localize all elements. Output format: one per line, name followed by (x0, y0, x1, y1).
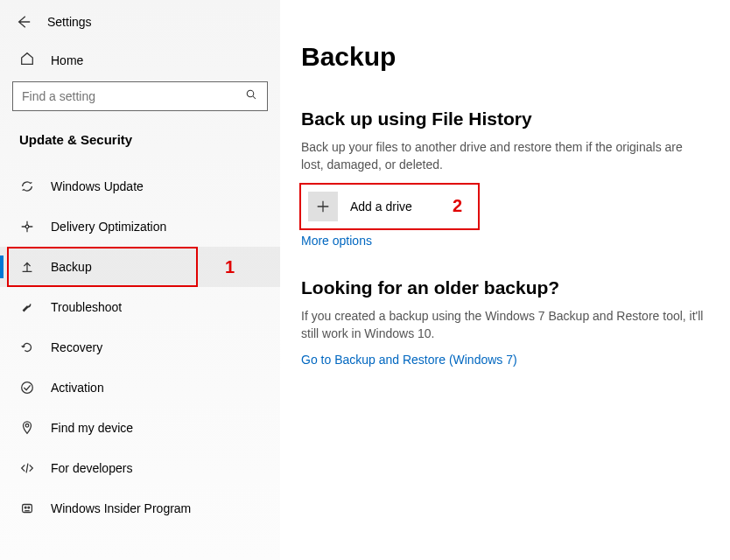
sidebar-item-label: Find my device (51, 421, 133, 435)
sidebar-item-home[interactable]: Home (12, 42, 268, 78)
sidebar-item-troubleshoot[interactable]: Troubleshoot (0, 287, 280, 327)
sidebar-item-find-my-device[interactable]: Find my device (0, 408, 280, 448)
backup-icon (19, 259, 35, 275)
sync-icon (19, 178, 35, 194)
plus-icon (308, 192, 338, 221)
sidebar-item-delivery-optimization[interactable]: Delivery Optimization (0, 206, 280, 247)
sidebar-item-label: Delivery Optimization (51, 220, 166, 234)
more-options-link[interactable]: More options (301, 234, 372, 248)
search-field[interactable] (22, 89, 245, 103)
app-title: Settings (47, 15, 92, 29)
older-backup-description: If you created a backup using the Window… (301, 307, 704, 343)
annotation-number-2: 2 (453, 196, 462, 216)
sidebar-item-activation[interactable]: Activation (0, 368, 280, 408)
file-history-heading: Back up using File History (301, 108, 709, 130)
svg-point-1 (25, 225, 29, 228)
add-drive-button[interactable]: Add a drive 2 (301, 185, 478, 228)
recovery-icon (19, 340, 35, 355)
add-drive-label: Add a drive (350, 200, 412, 214)
page-title: Backup (301, 42, 709, 72)
sidebar-item-label: Windows Insider Program (51, 501, 191, 515)
delivery-icon (19, 219, 35, 234)
sidebar-item-label: Recovery (51, 340, 102, 354)
svg-point-0 (247, 90, 254, 97)
main-content: Backup Back up using File History Back u… (280, 0, 730, 560)
sidebar-item-for-developers[interactable]: For developers (0, 448, 280, 488)
sidebar: Settings Home Update & Security (0, 0, 280, 560)
check-icon (19, 380, 35, 396)
annotation-box-1 (7, 247, 198, 287)
sidebar-item-label: For developers (51, 461, 132, 475)
sidebar-item-recovery[interactable]: Recovery (0, 327, 280, 368)
file-history-description: Back up your files to another drive and … (301, 138, 704, 174)
sidebar-item-windows-update[interactable]: Windows Update (0, 166, 280, 206)
sidebar-item-windows-insider[interactable]: Windows Insider Program (0, 488, 280, 528)
home-label: Home (51, 53, 83, 67)
backup-restore-win7-link[interactable]: Go to Backup and Restore (Windows 7) (301, 353, 517, 367)
svg-point-5 (25, 507, 26, 508)
older-backup-heading: Looking for an older backup? (301, 277, 709, 298)
sidebar-nav: Windows Update Delivery Optimization Bac… (0, 166, 280, 528)
developers-icon (19, 460, 35, 476)
svg-point-6 (28, 507, 30, 508)
section-title: Update & Security (12, 127, 268, 166)
sidebar-item-label: Windows Update (51, 179, 144, 193)
annotation-number-1: 1 (225, 257, 235, 277)
insider-icon (19, 500, 35, 516)
sidebar-item-label: Troubleshoot (51, 300, 122, 314)
search-icon (245, 88, 258, 104)
home-icon (19, 51, 35, 69)
sidebar-item-backup[interactable]: Backup 1 (0, 247, 280, 287)
sidebar-item-label: Backup (51, 260, 92, 274)
sidebar-item-label: Activation (51, 381, 104, 395)
svg-point-3 (25, 424, 29, 428)
svg-point-2 (22, 382, 33, 394)
back-icon[interactable] (16, 14, 32, 30)
search-input[interactable] (12, 81, 268, 111)
location-icon (19, 420, 35, 436)
wrench-icon (19, 299, 35, 315)
